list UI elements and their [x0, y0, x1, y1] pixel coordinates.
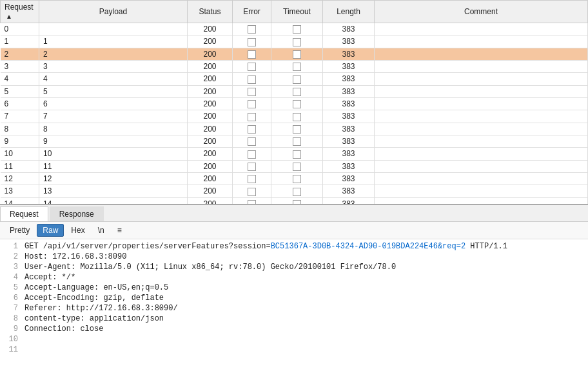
request-content[interactable]: 1GET /api/v1/server/properties/serverFea… — [0, 239, 588, 369]
col-header-request[interactable]: Request ▲ — [1, 1, 39, 23]
cell-payload: 1 — [39, 35, 188, 48]
table-row[interactable]: 1010200383 — [1, 148, 588, 160]
table-section[interactable]: Request ▲ Payload Status Error Timeout L… — [0, 0, 588, 205]
cell-error[interactable] — [233, 160, 271, 172]
cell-request: 1 — [1, 35, 39, 48]
checkbox-error[interactable] — [248, 163, 256, 171]
cell-timeout[interactable] — [271, 135, 323, 147]
checkbox-error[interactable] — [248, 125, 256, 134]
checkbox-timeout[interactable] — [293, 113, 301, 121]
cell-timeout[interactable] — [271, 160, 323, 172]
checkbox-timeout[interactable] — [293, 50, 301, 59]
cell-error[interactable] — [233, 110, 271, 123]
col-header-error[interactable]: Error — [233, 1, 271, 23]
table-row[interactable]: 1313200383 — [1, 185, 588, 197]
checkbox-timeout[interactable] — [293, 163, 301, 171]
checkbox-error[interactable] — [248, 50, 256, 59]
table-row[interactable]: 1111200383 — [1, 160, 588, 172]
checkbox-timeout[interactable] — [293, 100, 301, 108]
sub-tab-pretty[interactable]: Pretty — [4, 224, 35, 237]
cell-timeout[interactable] — [271, 97, 323, 110]
cell-error[interactable] — [233, 185, 271, 197]
checkbox-error[interactable] — [248, 175, 256, 183]
cell-error[interactable] — [233, 97, 271, 110]
cell-timeout[interactable] — [271, 185, 323, 197]
cell-timeout[interactable] — [271, 60, 323, 72]
checkbox-error[interactable] — [248, 137, 256, 146]
cell-timeout[interactable] — [271, 23, 323, 35]
table-row[interactable]: 88200383 — [1, 123, 588, 135]
cell-timeout[interactable] — [271, 35, 323, 48]
line-number: 4 — [5, 273, 18, 283]
cell-error[interactable] — [233, 172, 271, 184]
cell-error[interactable] — [233, 73, 271, 85]
cell-error[interactable] — [233, 197, 271, 205]
cell-error[interactable] — [233, 60, 271, 72]
checkbox-timeout[interactable] — [293, 125, 301, 134]
table-row[interactable]: 99200383 — [1, 135, 588, 147]
cell-error[interactable] — [233, 85, 271, 97]
checkbox-error[interactable] — [248, 113, 256, 121]
table-row[interactable]: 1212200383 — [1, 172, 588, 184]
checkbox-timeout[interactable] — [293, 188, 301, 196]
cell-timeout[interactable] — [271, 110, 323, 123]
checkbox-timeout[interactable] — [293, 38, 301, 46]
checkbox-timeout[interactable] — [293, 200, 301, 205]
table-row[interactable]: 0200383 — [1, 23, 588, 35]
cell-timeout[interactable] — [271, 197, 323, 205]
sub-tab-menu[interactable]: ≡ — [112, 224, 128, 237]
table-row[interactable]: 1414200383 — [1, 197, 588, 205]
line-text: Referer: http://172.16.68.3:8090/ — [24, 304, 178, 314]
cell-error[interactable] — [233, 35, 271, 48]
table-row[interactable]: 77200383 — [1, 110, 588, 123]
col-header-comment[interactable]: Comment — [375, 1, 588, 23]
col-header-payload[interactable]: Payload — [39, 1, 188, 23]
checkbox-error[interactable] — [248, 75, 256, 84]
cell-timeout[interactable] — [271, 85, 323, 97]
checkbox-error[interactable] — [248, 88, 256, 96]
sort-arrow-request: ▲ — [6, 13, 12, 20]
checkbox-error[interactable] — [248, 25, 256, 34]
sub-tab-hex[interactable]: Hex — [65, 224, 90, 237]
checkbox-timeout[interactable] — [293, 175, 301, 183]
cell-timeout[interactable] — [271, 123, 323, 135]
table-row[interactable]: 22200383 — [1, 48, 588, 60]
cell-error[interactable] — [233, 123, 271, 135]
checkbox-error[interactable] — [248, 150, 256, 159]
cell-timeout[interactable] — [271, 48, 323, 60]
cell-length: 383 — [323, 197, 375, 205]
cell-length: 383 — [323, 160, 375, 172]
cell-error[interactable] — [233, 148, 271, 160]
checkbox-error[interactable] — [248, 200, 256, 205]
tab-request[interactable]: Request — [0, 206, 48, 221]
cell-timeout[interactable] — [271, 73, 323, 85]
content-line: 9Connection: close — [5, 324, 583, 335]
checkbox-error[interactable] — [248, 188, 256, 196]
cell-timeout[interactable] — [271, 148, 323, 160]
checkbox-timeout[interactable] — [293, 150, 301, 159]
col-header-length[interactable]: Length — [323, 1, 375, 23]
table-row[interactable]: 33200383 — [1, 60, 588, 72]
checkbox-error[interactable] — [248, 38, 256, 46]
table-row[interactable]: 66200383 — [1, 97, 588, 110]
table-row[interactable]: 55200383 — [1, 85, 588, 97]
table-row[interactable]: 11200383 — [1, 35, 588, 48]
cell-error[interactable] — [233, 48, 271, 60]
checkbox-timeout[interactable] — [293, 75, 301, 84]
cell-payload: 14 — [39, 197, 188, 205]
checkbox-timeout[interactable] — [293, 88, 301, 96]
col-header-status[interactable]: Status — [188, 1, 233, 23]
cell-error[interactable] — [233, 23, 271, 35]
checkbox-error[interactable] — [248, 63, 256, 71]
sub-tab-newline[interactable]: \n — [92, 224, 110, 237]
checkbox-timeout[interactable] — [293, 137, 301, 146]
col-header-timeout[interactable]: Timeout — [271, 1, 323, 23]
cell-timeout[interactable] — [271, 172, 323, 184]
checkbox-timeout[interactable] — [293, 25, 301, 34]
sub-tab-raw[interactable]: Raw — [37, 224, 64, 237]
checkbox-timeout[interactable] — [293, 63, 301, 71]
cell-error[interactable] — [233, 135, 271, 147]
tab-response[interactable]: Response — [50, 206, 104, 221]
table-row[interactable]: 44200383 — [1, 73, 588, 85]
checkbox-error[interactable] — [248, 100, 256, 108]
